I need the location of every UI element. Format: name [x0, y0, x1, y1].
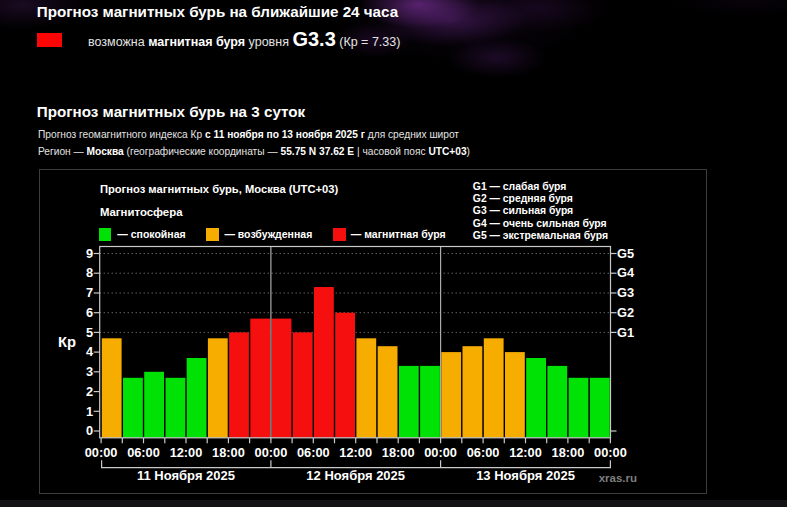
svg-text:11 Ноября 2025: 11 Ноября 2025 — [137, 468, 235, 483]
svg-text:0: 0 — [86, 423, 93, 438]
svg-text:1: 1 — [86, 404, 93, 419]
svg-text:06:00: 06:00 — [127, 445, 160, 460]
svg-text:13 Ноября 2025: 13 Ноября 2025 — [476, 468, 575, 483]
svg-text:06:00: 06:00 — [467, 445, 500, 460]
svg-text:8: 8 — [86, 265, 93, 280]
svg-text:G4: G4 — [617, 265, 635, 280]
svg-text:18:00: 18:00 — [382, 445, 415, 460]
svg-text:06:00: 06:00 — [297, 445, 330, 460]
svg-text:00:00: 00:00 — [255, 445, 288, 460]
svg-text:00:00: 00:00 — [594, 445, 627, 460]
svg-text:00:00: 00:00 — [424, 445, 457, 460]
svg-text:G5: G5 — [617, 246, 634, 261]
svg-text:xras.ru: xras.ru — [599, 472, 637, 484]
svg-text:7: 7 — [86, 285, 93, 300]
svg-text:Кр: Кр — [58, 334, 76, 350]
svg-text:18:00: 18:00 — [212, 445, 245, 460]
svg-text:18:00: 18:00 — [552, 445, 585, 460]
svg-text:G2: G2 — [617, 305, 634, 320]
svg-text:5: 5 — [86, 325, 93, 340]
svg-text:4: 4 — [86, 344, 94, 359]
svg-text:3: 3 — [86, 364, 93, 379]
svg-text:12:00: 12:00 — [509, 445, 542, 460]
svg-text:12 Ноября 2025: 12 Ноября 2025 — [306, 468, 405, 483]
svg-text:G3: G3 — [617, 285, 634, 300]
svg-text:6: 6 — [86, 305, 93, 320]
svg-text:12:00: 12:00 — [170, 445, 203, 460]
svg-text:00:00: 00:00 — [85, 445, 118, 460]
svg-text:9: 9 — [86, 246, 93, 261]
svg-text:G1: G1 — [617, 325, 634, 340]
svg-text:2: 2 — [86, 384, 93, 399]
svg-text:12:00: 12:00 — [339, 445, 372, 460]
